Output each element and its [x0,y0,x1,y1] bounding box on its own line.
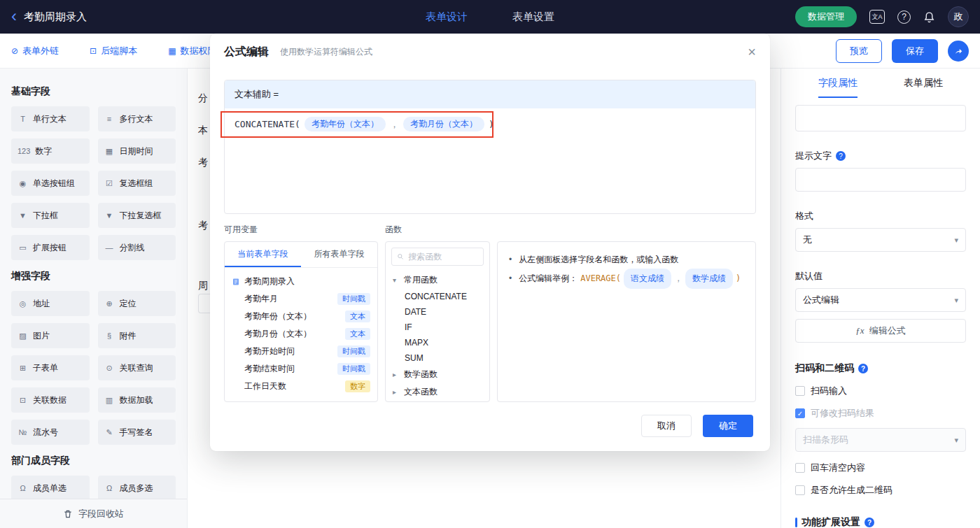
field-button-member-multi[interactable]: Ω成员多选 [98,476,176,501]
field-button-multi-text[interactable]: ≡多行文本 [98,106,176,131]
field-label: 定位 [120,298,136,310]
field-button-member-single[interactable]: Ω成员单选 [11,476,90,501]
variable-item[interactable]: 考勤开始时间 时间戳 [232,343,370,360]
link-icon: ⊘ [11,46,18,56]
hint-text-input[interactable] [795,168,966,192]
function-item[interactable]: MAPX [393,335,482,350]
function-group-text[interactable]: ▸ 文本函数 [393,383,482,401]
related-data-icon: ⊡ [18,396,28,405]
close-icon[interactable]: × [748,45,756,59]
field-button-checkbox-group[interactable]: ☑复选框组 [98,171,176,196]
edit-formula-button[interactable]: ƒx 编辑公式 [795,319,966,343]
multi-dropdown-icon: ▼ [104,211,115,220]
checkbox-enter-clear[interactable]: 回车清空内容 [795,462,966,474]
variable-name: 考勤年份（文本） [244,311,312,322]
extension-section-header: 功能扩展设置 ? [795,516,966,528]
format-select[interactable]: 无 ▾ [795,228,966,252]
checkbox-scan-input[interactable]: 扫码输入 [795,385,966,397]
tab-form-properties[interactable]: 表单属性 [904,77,943,98]
toolbar-actions: 预览 保存 [836,39,969,63]
function-item[interactable]: IF [393,320,482,335]
notification-bell-icon[interactable] [923,11,935,23]
help-icon[interactable]: ? [897,10,911,24]
button-icon: ▭ [18,243,28,252]
data-manage-button[interactable]: 数据管理 [795,6,857,27]
field-button-extend-button[interactable]: ▭扩展按钮 [11,235,90,260]
formula-field-pill[interactable]: 考勤年份（文本） [304,117,386,131]
back-icon[interactable]: ‹ [11,8,17,24]
function-item[interactable]: DATE [393,304,482,320]
save-button[interactable]: 保存 [892,39,938,63]
share-icon[interactable] [948,41,969,62]
field-button-multi-dropdown[interactable]: ▼下拉复选框 [98,203,176,228]
question-circle-icon[interactable]: ? [858,364,868,373]
tab-form-settings[interactable]: 表单设置 [512,10,554,24]
field-button-signature[interactable]: ✎手写签名 [98,420,176,445]
question-circle-icon[interactable]: ? [836,151,846,161]
confirm-button[interactable]: 确定 [703,415,753,437]
question-circle-icon[interactable]: ? [864,518,874,527]
avatar[interactable]: 政 [948,6,969,27]
field-button-divider[interactable]: —分割线 [98,235,176,260]
translate-icon[interactable]: 文A [869,10,885,24]
variable-item[interactable]: 考勤月份（文本） 文本 [232,325,370,343]
default-value-select[interactable]: 公式编辑 ▾ [795,288,966,312]
function-group-math[interactable]: ▸ 数学函数 [393,366,482,383]
field-button-related-query[interactable]: ⊙关联查询 [98,355,176,380]
formula-field-pill[interactable]: 考勤月份（文本） [403,117,484,131]
topbar-left: ‹ 考勤周期录入 [11,10,87,24]
checkbox-scan-editable[interactable]: 可修改扫码结果 [795,407,966,420]
field-button-subform[interactable]: ⊞子表单 [11,355,90,380]
link-form-external[interactable]: ⊘ 表单外链 [11,45,59,57]
edit-formula-label: 编辑公式 [869,324,906,337]
function-search-input[interactable] [408,252,478,262]
field-label: 数字 [35,145,52,157]
tab-form-design[interactable]: 表单设计 [426,10,468,24]
checkbox-allow-qr[interactable]: 是否允许生成二维码 [795,484,966,497]
field-button-address[interactable]: ◎地址 [11,291,90,316]
field-button-image[interactable]: ▨图片 [11,323,90,348]
variable-item[interactable]: 考勤年份（文本） 文本 [232,308,370,325]
scan-barcode-select[interactable]: 扫描条形码 ▾ [795,428,966,452]
field-button-data-load[interactable]: ▥数据加载 [98,387,176,413]
properties-sidebar: 字段属性 表单属性 提示文字 ? 格式 无 ▾ 默认值 公式编辑 ▾ ƒx 编辑… [780,69,980,528]
field-button-radio-group[interactable]: ◉单选按钮组 [11,171,90,196]
field-title-input[interactable] [795,105,966,131]
checkbox-label: 回车清空内容 [811,462,865,474]
cancel-button[interactable]: 取消 [641,415,692,437]
tree-root-form[interactable]: 考勤周期录入 [232,273,370,290]
field-button-serial-number[interactable]: №流水号 [11,420,90,445]
default-value-label: 默认值 [795,270,966,283]
example-separator: ， [674,270,682,287]
tab-current-form-fields[interactable]: 当前表单字段 [225,242,301,267]
field-button-attachment[interactable]: §附件 [98,323,176,348]
variable-item[interactable]: 考勤年月 时间戳 [232,290,370,308]
example-field-pill: 数学成绩 [685,269,733,289]
variable-item[interactable]: 工作日天数 数字 [232,378,370,395]
example-close-paren: ) [736,270,741,287]
field-button-location[interactable]: ⊕定位 [98,291,176,316]
field-recycle-bin[interactable]: 字段回收站 [0,499,187,528]
tab-field-properties[interactable]: 字段属性 [818,77,858,98]
variables-label: 可用变量 [224,224,385,236]
field-button-datetime[interactable]: ▦日期时间 [98,138,176,164]
function-item[interactable]: CONCATENATE [393,289,482,304]
function-search-box[interactable] [391,248,484,266]
function-item[interactable]: SUM [393,350,482,366]
function-group-common[interactable]: ▾ 常用函数 [393,271,482,289]
field-button-dropdown[interactable]: ▼下拉框 [11,203,90,228]
field-button-related-data[interactable]: ⊡关联数据 [11,387,90,413]
variable-item[interactable]: 考勤结束时间 时间戳 [232,360,370,378]
field-button-number[interactable]: 123数字 [11,138,90,164]
preview-button[interactable]: 预览 [836,39,882,63]
member-fields-grid: Ω成员单选 Ω成员多选 [11,476,176,501]
field-label: 单选按钮组 [33,178,75,190]
tab-all-form-fields[interactable]: 所有表单字段 [301,242,377,267]
serial-icon: № [18,428,28,436]
formula-box: 文本辅助 = CONCATENATE( 考勤年份（文本） ， 考勤月份（文本） … [224,80,756,214]
field-button-single-text[interactable]: T单行文本 [11,106,90,131]
checkbox-label: 扫码输入 [811,385,847,397]
link-backend-script[interactable]: ⊡ 后端脚本 [90,45,137,57]
checkbox-label: 可修改扫码结果 [811,407,874,420]
formula-editor[interactable]: CONCATENATE( 考勤年份（文本） ， 考勤月份（文本） ) [225,108,755,213]
